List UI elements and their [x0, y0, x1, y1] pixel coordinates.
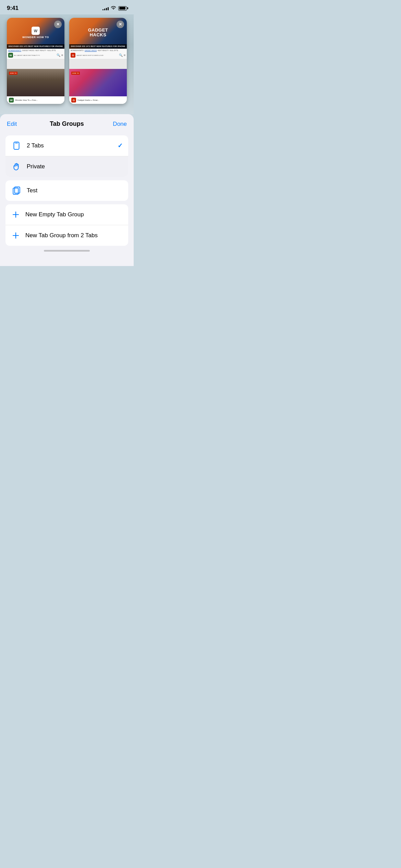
menu-icon: ≡ [124, 53, 125, 57]
sheet-header: Edit Tab Groups Done [0, 114, 134, 132]
gh-nav-bar: WONDERHOWTO GADGET HACKS NEXT REALITY NU… [69, 49, 127, 59]
private-label: Private [27, 163, 123, 170]
wht-nav-bar: WONDERHOWTO GADGET HACKS NEXT REALITY NU… [7, 49, 64, 59]
tabs-preview-area: ✕ W WONDER HOW TO DISCOVER IOS 14'S BEST… [0, 14, 134, 114]
wht-tab-title: Wonder How To » Fres... [15, 99, 38, 101]
tab-card-gh[interactable]: ✕ GADGETHACKS DISCOVER IOS 14'S BEST NEW… [69, 18, 127, 104]
phone-icon [11, 140, 22, 151]
wht-title-bar: W Wonder How To » Fres... [7, 96, 64, 104]
tab-group-2tabs[interactable]: 2 Tabs ✓ [5, 135, 128, 156]
close-wht-button[interactable]: ✕ [54, 21, 62, 28]
gh-favicon: G [71, 98, 76, 103]
actions-section: New Empty Tab Group New Tab Group from 2… [5, 204, 128, 246]
done-button[interactable]: Done [112, 121, 127, 128]
wht-logo: W WONDER HOW TO [22, 27, 49, 39]
gh-news-banner: DISCOVER IOS 14'S BEST NEW FEATURES FOR … [69, 44, 127, 49]
gh-nav-links: GADGET HACKS SHOP 5G NEWS & GUID [76, 55, 118, 56]
close-gh-button[interactable]: ✕ [117, 21, 124, 28]
hand-icon [11, 161, 22, 172]
gh-tab-image: HOW TO [69, 69, 127, 96]
gh-logo: GADGETHACKS [88, 28, 108, 38]
plus-icon-empty [11, 210, 21, 219]
battery-icon [118, 6, 127, 11]
status-time: 9:41 [7, 5, 19, 12]
gh-title-bar: G Gadget Hacks » Smar... [69, 96, 127, 104]
tabs-icon [11, 185, 22, 196]
2tabs-label: 2 Tabs [27, 142, 118, 149]
wht-favicon: W [9, 98, 14, 103]
status-icons [102, 6, 127, 11]
edit-button[interactable]: Edit [7, 121, 22, 128]
new-empty-tab-group-button[interactable]: New Empty Tab Group [5, 204, 128, 225]
home-indicator [44, 250, 90, 252]
new-tab-group-from-tabs-label: New Tab Group from 2 Tabs [25, 232, 98, 239]
search-icon: 🔍 [119, 53, 123, 57]
gh-content-area [69, 59, 127, 69]
status-bar: 9:41 [0, 0, 134, 14]
gh-brand-text: GADGETHACKS [88, 28, 108, 38]
signal-bars-icon [102, 6, 109, 10]
new-empty-tab-group-label: New Empty Tab Group [25, 211, 84, 218]
wht-nav-sites: WONDERHOWTO GADGET HACKS NEXT REALITY NU… [8, 50, 63, 52]
gh-nav-sites: WONDERHOWTO GADGET HACKS NEXT REALITY NU… [71, 50, 125, 52]
gh-nav-logo: G [71, 53, 75, 58]
wht-tab-image: HOW TO [7, 69, 64, 96]
test-group-section: Test [5, 180, 128, 201]
wht-nav-logo: W [8, 53, 13, 58]
tab-card-wht[interactable]: ✕ W WONDER HOW TO DISCOVER IOS 14'S BEST… [7, 18, 64, 104]
tab-group-private[interactable]: Private [5, 156, 128, 177]
gh-how-to-badge: HOW TO [71, 72, 80, 75]
search-icon: 🔍 [57, 53, 60, 57]
tab-groups-list: 2 Tabs ✓ Private [5, 135, 128, 177]
sheet-title: Tab Groups [22, 120, 112, 128]
wht-nav-links: ALL GADGET HACKS NEXT REALITY FC [14, 55, 56, 56]
gh-tab-title: Gadget Hacks » Smar... [77, 99, 99, 101]
wht-content-area [7, 59, 64, 69]
wht-brand-text: WONDER HOW TO [22, 36, 49, 39]
menu-icon: ≡ [61, 53, 63, 57]
wifi-icon [111, 6, 116, 11]
bottom-sheet: Edit Tab Groups Done 2 Tabs ✓ Private [0, 114, 134, 266]
tab-group-test[interactable]: Test [5, 180, 128, 201]
wht-how-to-badge: HOW TO [9, 72, 17, 75]
new-tab-group-from-tabs-button[interactable]: New Tab Group from 2 Tabs [5, 225, 128, 246]
plus-icon-from-tabs [11, 231, 21, 240]
2tabs-checkmark: ✓ [118, 142, 123, 149]
test-label: Test [27, 187, 123, 194]
wht-news-banner: DISCOVER IOS 14'S BEST NEW FEATURES FOR … [7, 44, 64, 49]
